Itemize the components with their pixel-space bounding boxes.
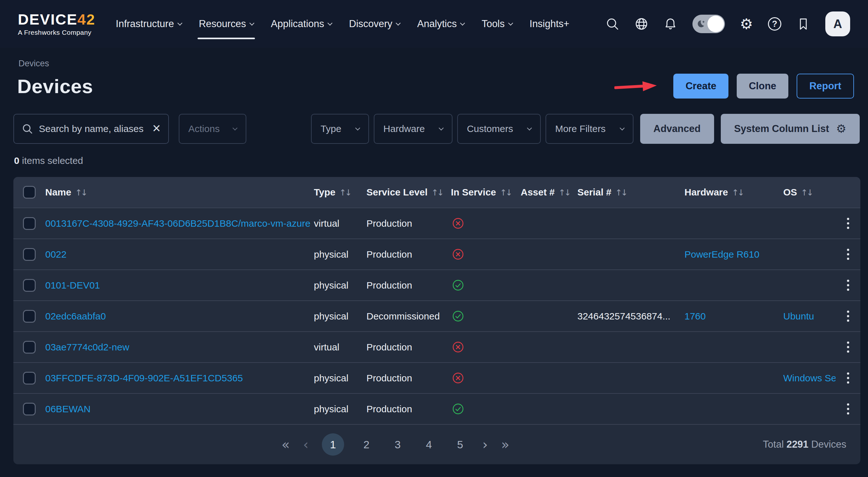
in-service-no-icon [451,248,521,260]
pagination: «‹12345›» [282,433,509,456]
row-actions-menu-icon[interactable] [836,215,860,232]
sort-icon: ↑↓ [559,188,570,197]
service-level-cell: Decommissioned [367,311,451,322]
globe-icon[interactable] [634,17,648,31]
row-checkbox[interactable] [23,372,36,385]
clone-button[interactable]: Clone [737,73,788,98]
search-input[interactable] [39,123,147,134]
row-checkbox[interactable] [23,217,36,230]
notifications-icon[interactable] [663,17,677,31]
os-link[interactable]: Ubuntu [783,311,814,321]
clear-search-icon[interactable]: × [152,121,161,135]
row-actions-menu-icon[interactable] [836,338,860,356]
total-prefix: Total [763,439,783,450]
device-name-link[interactable]: 03FFCDFE-873D-4F09-902E-A51EF1CD5365 [45,373,243,383]
device-name-cell: 03FFCDFE-873D-4F09-902E-A51EF1CD5365 [45,373,314,384]
nav-item-infrastructure[interactable]: Infrastructure [116,18,182,30]
row-menu-cell [836,276,860,294]
chevron-down-icon [619,125,625,130]
column-header-service-level[interactable]: Service Level↑↓ [367,187,451,198]
filter-dropdown-type[interactable]: Type [311,114,369,144]
row-actions-menu-icon[interactable] [836,400,860,418]
report-button[interactable]: Report [797,73,854,98]
pagination-page-3[interactable]: 3 [389,439,407,451]
row-actions-menu-icon[interactable] [836,307,860,325]
row-checkbox[interactable] [23,310,36,323]
service-level-cell: Production [367,342,451,353]
user-avatar[interactable]: A [825,11,850,36]
pagination-last[interactable]: » [501,437,509,452]
nav-item-analytics[interactable]: Analytics [417,18,464,30]
device-name-cell: 0101-DEV01 [45,280,314,291]
table-row: 03FFCDFE-873D-4F09-902E-A51EF1CD5365phys… [13,362,860,393]
column-header-type[interactable]: Type↑↓ [314,187,367,198]
column-header-asset[interactable]: Asset #↑↓ [521,187,578,198]
nav-item-tools[interactable]: Tools [482,18,512,30]
filter-dropdown-more-filters[interactable]: More Filters [546,114,633,144]
service-level-cell: Production [367,404,451,415]
row-checkbox-cell [13,217,45,230]
hardware-link[interactable]: PowerEdge R610 [684,249,760,260]
breadcrumb[interactable]: Devices [19,59,868,68]
search-icon[interactable] [606,17,619,31]
device-name-link[interactable]: 02edc6aabfa0 [45,311,106,321]
row-menu-cell [836,307,860,325]
column-header-serial[interactable]: Serial #↑↓ [578,187,684,198]
settings-icon[interactable]: ⚙ [740,17,753,31]
row-checkbox[interactable] [23,403,36,415]
column-header-os[interactable]: OS↑↓ [783,187,836,198]
row-menu-cell [836,400,860,418]
theme-toggle[interactable] [692,15,725,33]
nav-item-resources[interactable]: Resources [199,18,254,30]
nav-item-discovery[interactable]: Discovery [349,18,400,30]
filter-dropdown-hardware[interactable]: Hardware [374,114,453,144]
filter-dropdowns: TypeHardwareCustomersMore Filters [311,114,633,144]
type-cell: physical [314,404,367,415]
page-content: Devices Devices Create Clone Report × Ac… [0,59,868,464]
sort-icon: ↑↓ [801,188,812,197]
create-button[interactable]: Create [673,73,728,98]
row-actions-menu-icon[interactable] [836,369,860,387]
pagination-page-5[interactable]: 5 [451,439,469,451]
device-name-link[interactable]: 06BEWAN [45,404,91,414]
device42-logo[interactable]: DEVICE42 A Freshworks Company [18,12,95,36]
hardware-link[interactable]: 1760 [684,311,706,321]
chevron-down-icon [439,125,444,130]
main-nav: InfrastructureResourcesApplicationsDisco… [116,18,569,30]
pagination-next[interactable]: › [483,437,488,452]
device-name-link[interactable]: 0022 [45,249,67,260]
nav-item-insights+[interactable]: Insights+ [530,18,569,30]
column-header-name[interactable]: Name↑↓ [45,187,314,198]
pagination-prev[interactable]: ‹ [303,437,308,452]
selection-label: items selected [22,155,83,166]
row-checkbox[interactable] [23,248,36,261]
device-name-link[interactable]: 0013167C-4308-4929-AF43-06D6B25D1B8C/mar… [45,218,310,229]
chevron-down-icon [249,21,255,26]
row-checkbox[interactable] [23,279,36,292]
help-icon[interactable]: ? [768,17,781,31]
chevron-down-icon [328,21,333,26]
row-actions-menu-icon[interactable] [836,245,860,263]
actions-dropdown[interactable]: Actions [179,114,246,144]
row-checkbox[interactable] [23,341,36,354]
pagination-page-1[interactable]: 1 [322,433,344,456]
nav-item-applications[interactable]: Applications [271,18,332,30]
pagination-first[interactable]: « [282,437,290,452]
device-name-link[interactable]: 0101-DEV01 [45,280,100,291]
row-actions-menu-icon[interactable] [836,276,860,294]
pagination-page-2[interactable]: 2 [358,439,375,451]
filter-dropdown-customers[interactable]: Customers [457,114,541,144]
bookmark-icon[interactable] [796,17,810,31]
hardware-cell: PowerEdge R610 [684,249,783,260]
system-column-list-button[interactable]: System Column List ⚙ [721,114,860,144]
table-row: 0013167C-4308-4929-AF43-06D6B25D1B8C/mar… [13,208,860,239]
filter-label: Type [320,123,341,134]
column-header-hardware[interactable]: Hardware↑↓ [684,187,783,198]
column-header-in-service[interactable]: In Service↑↓ [451,187,521,198]
device-name-link[interactable]: 03ae7774c0d2-new [45,342,129,352]
advanced-button[interactable]: Advanced [640,114,714,144]
select-all-checkbox[interactable] [23,186,36,199]
sort-icon: ↑↓ [732,188,743,197]
pagination-page-4[interactable]: 4 [420,439,438,451]
os-link[interactable]: Windows Se [783,373,836,383]
